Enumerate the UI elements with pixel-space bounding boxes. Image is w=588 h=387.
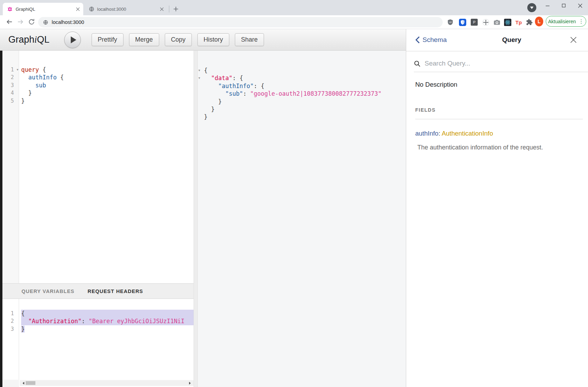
profile-avatar[interactable]: L <box>535 17 543 26</box>
globe-favicon-icon <box>89 6 94 12</box>
doc-search-box[interactable]: Search Query... <box>406 51 588 72</box>
tab-query-variables[interactable]: QUERY VARIABLES <box>22 289 75 294</box>
result-code: { "data": { "authInfo": { "sub": "google… <box>204 51 406 121</box>
query-editor-code[interactable]: query { authInfo { sub }} <box>19 51 194 105</box>
doc-field-description: The authentication information of the re… <box>417 144 543 151</box>
pane-resize-handle[interactable] <box>194 51 198 387</box>
url-text: localhost:3000 <box>52 19 84 25</box>
doc-explorer-panel: Schema Query Search Query... No Descript… <box>406 29 588 387</box>
tab-separator <box>169 6 169 12</box>
execute-query-button[interactable] <box>64 32 81 48</box>
field-type-link[interactable]: AuthenticationInfo <box>442 130 493 137</box>
headers-editor-gutter: 123 <box>2 299 19 387</box>
toolbar-buttons: PrettifyMergeCopyHistoryShare <box>92 33 264 46</box>
code-line: "Authorization": "Bearer eyJhbGciOiJSUzI… <box>21 317 194 325</box>
doc-title: Query <box>502 36 521 44</box>
code-line: } <box>21 89 194 97</box>
scrollbar-thumb[interactable] <box>26 381 35 385</box>
url-omnibox[interactable]: localhost:3000 <box>38 17 443 27</box>
code-line: query { <box>21 66 194 74</box>
new-tab-button[interactable] <box>172 5 180 13</box>
code-line: "data": { <box>204 74 406 82</box>
graphiql-toolbar: GraphiQL PrettifyMergeCopyHistoryShare <box>0 29 406 51</box>
doc-field-item: authInfo: AuthenticationInfo <box>415 130 493 137</box>
divider <box>415 119 583 119</box>
browser-tab-strip: GraphiQL localhost:3000 <box>0 0 588 15</box>
tab-close-icon[interactable] <box>160 7 164 11</box>
code-line: } <box>204 98 406 105</box>
svg-text:P: P <box>473 20 475 24</box>
toolbar-button-prettify[interactable]: Prettify <box>92 33 123 46</box>
left-edge-strip <box>0 51 2 387</box>
scroll-right-icon[interactable] <box>188 380 194 386</box>
toolbar-button-history[interactable]: History <box>197 33 229 46</box>
play-icon <box>71 36 76 43</box>
chrome-update-button[interactable]: Aktualisieren ⋮ <box>546 16 586 27</box>
divider <box>414 72 588 72</box>
code-line: { <box>21 310 194 317</box>
code-line: { <box>204 67 406 74</box>
doc-explorer-title-bar: Schema Query <box>406 29 588 51</box>
svg-text:U0: U0 <box>449 21 452 23</box>
query-editor[interactable]: 1▾2345 query { authInfo { sub }} <box>2 51 194 283</box>
fold-arrow-icon[interactable]: ▾ <box>17 66 18 74</box>
code-line: } <box>204 113 406 121</box>
extension-p-icon[interactable]: P <box>470 18 478 26</box>
toolbar-button-copy[interactable]: Copy <box>165 33 192 46</box>
chrome-download-chevron-button[interactable] <box>527 3 536 12</box>
fold-arrow-icon[interactable]: ▾ <box>198 67 204 74</box>
gutter-corner <box>2 380 19 387</box>
code-line: } <box>21 97 194 105</box>
doc-close-icon[interactable] <box>569 36 578 44</box>
extension-bitwarden-icon[interactable] <box>458 18 467 26</box>
code-line: authInfo { <box>21 74 194 81</box>
code-line: "sub": "google-oauth2|108377380082777232… <box>204 90 406 97</box>
extension-move-cross-icon[interactable] <box>482 18 490 26</box>
browser-tab-localhost[interactable]: localhost:3000 <box>85 3 167 15</box>
graphiql-app: GraphiQL PrettifyMergeCopyHistoryShare 1… <box>0 29 588 387</box>
toolbar-button-share[interactable]: Share <box>235 33 264 46</box>
fold-arrow-icon[interactable]: ▾ <box>198 74 204 82</box>
toolbar-button-merge[interactable]: Merge <box>129 33 159 46</box>
code-line: } <box>204 105 406 113</box>
secondary-editor-title-bar: QUERY VARIABLES REQUEST HEADERS <box>2 283 194 299</box>
query-editor-gutter: 1▾2345 <box>2 51 19 283</box>
graphiql-logo: GraphiQL <box>8 34 50 45</box>
extensions-puzzle-icon[interactable] <box>525 18 534 26</box>
tab-close-icon[interactable] <box>76 7 80 11</box>
browser-tab-graphiql[interactable]: GraphiQL <box>3 3 83 15</box>
extension-camera-icon[interactable] <box>493 18 501 26</box>
doc-search-placeholder: Search Query... <box>425 60 470 67</box>
extension-tampermonkey-icon[interactable]: Tp <box>514 18 523 26</box>
headers-editor-code[interactable]: { "Authorization": "Bearer eyJhbGciOiJSU… <box>19 299 194 333</box>
kebab-menu-icon: ⋮ <box>579 18 584 25</box>
doc-fields-heading: FIELDS <box>415 107 436 113</box>
request-headers-editor[interactable]: 123 { "Authorization": "Bearer eyJhbGciO… <box>2 299 194 387</box>
graphiql-favicon-icon <box>7 6 13 12</box>
tab-title: GraphiQL <box>16 7 73 12</box>
result-viewer: ▾▾ { "data": { "authInfo": { "sub": "goo… <box>198 51 406 387</box>
code-line: sub <box>21 81 194 89</box>
tab-title: localhost:3000 <box>97 7 157 12</box>
field-name-link[interactable]: authInfo <box>415 130 438 137</box>
tab-request-headers[interactable]: REQUEST HEADERS <box>88 289 143 294</box>
browser-address-bar: localhost:3000 U0 P Tp L Aktualisieren ⋮ <box>0 15 588 29</box>
code-line: } <box>21 325 194 333</box>
doc-no-description: No Description <box>415 81 457 88</box>
site-globe-icon <box>43 20 48 25</box>
window-close-button[interactable] <box>572 0 588 11</box>
doc-back-link[interactable]: Schema <box>415 36 447 44</box>
horizontal-scrollbar[interactable] <box>20 380 194 386</box>
forward-icon[interactable] <box>15 17 26 27</box>
window-maximize-button[interactable] <box>556 0 572 11</box>
result-fold-gutter: ▾▾ <box>198 51 204 121</box>
back-icon[interactable] <box>4 17 15 27</box>
window-minimize-button[interactable] <box>539 0 555 11</box>
extension-shield-icon[interactable]: U0 <box>446 18 454 26</box>
scroll-left-icon[interactable] <box>20 380 26 386</box>
code-line: "authInfo": { <box>204 82 406 90</box>
reload-icon[interactable] <box>26 17 37 27</box>
extension-react-devtools-icon[interactable] <box>503 18 512 26</box>
